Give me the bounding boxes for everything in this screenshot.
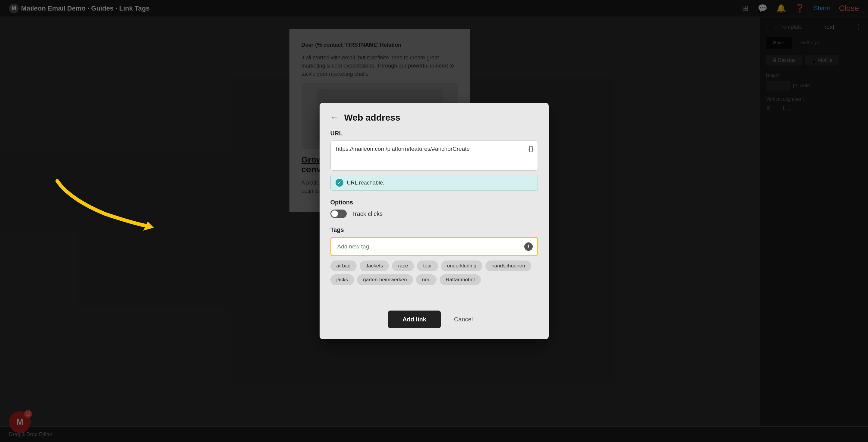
list-item[interactable]: neu <box>416 274 437 285</box>
modal-overlay: ← Web address URL https://maileon.com/pl… <box>0 0 868 442</box>
track-clicks-row: Track clicks <box>331 210 538 218</box>
modal-header: ← Web address <box>319 103 549 130</box>
modal-body: URL https://maileon.com/platform/feature… <box>319 130 549 305</box>
modal-back-button[interactable]: ← <box>331 113 339 122</box>
modal-title: Web address <box>344 113 400 123</box>
list-item[interactable]: Jackets <box>360 260 389 271</box>
tags-section: Tags i airbagJacketsracetouronderkleding… <box>331 226 538 285</box>
list-item[interactable]: onderkleding <box>441 260 483 271</box>
list-item[interactable]: tour <box>417 260 438 271</box>
url-input-wrapper: https://maileon.com/platform/features/#a… <box>331 140 538 172</box>
modal-footer: Add link Cancel <box>319 305 549 339</box>
tags-input-wrapper: i <box>331 237 538 256</box>
toggle-slider <box>331 210 347 218</box>
track-clicks-toggle[interactable] <box>331 210 347 218</box>
tags-input[interactable] <box>331 238 537 255</box>
cancel-button[interactable]: Cancel <box>447 311 480 328</box>
url-status-text: URL reachable. <box>347 180 384 186</box>
list-item[interactable]: jacks <box>331 274 354 285</box>
options-section: Options Track clicks <box>331 199 538 218</box>
url-input[interactable]: https://maileon.com/platform/features/#a… <box>331 140 538 171</box>
list-item[interactable]: Rattanmöbel <box>440 274 480 285</box>
url-label: URL <box>331 130 538 137</box>
url-section: URL https://maileon.com/platform/feature… <box>331 130 538 191</box>
template-variables-button[interactable]: {} <box>528 145 533 153</box>
list-item[interactable]: airbag <box>331 260 356 271</box>
list-item[interactable]: garten-heimwerken <box>357 274 413 285</box>
back-arrow-icon: ← <box>331 113 339 122</box>
url-reachable-icon: ✓ <box>336 179 343 187</box>
web-address-modal: ← Web address URL https://maileon.com/pl… <box>319 103 549 339</box>
list-item[interactable]: race <box>392 260 414 271</box>
add-link-button[interactable]: Add link <box>388 311 441 328</box>
tags-info-button[interactable]: i <box>524 243 533 251</box>
track-clicks-label: Track clicks <box>351 211 383 217</box>
list-item[interactable]: handschoenen <box>486 260 531 271</box>
options-label: Options <box>331 199 538 206</box>
tags-label: Tags <box>331 226 538 233</box>
url-status-indicator: ✓ URL reachable. <box>331 175 538 191</box>
tags-list: airbagJacketsracetouronderkledinghandsch… <box>331 260 538 285</box>
